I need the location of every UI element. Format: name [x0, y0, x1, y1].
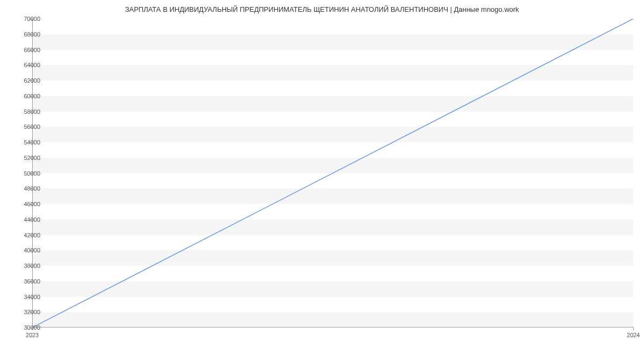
y-tick-label: 58000	[13, 108, 40, 115]
grid-band	[32, 250, 633, 266]
grid-band	[32, 127, 633, 142]
y-tick-label: 36000	[13, 278, 40, 285]
y-tick-label: 32000	[13, 309, 40, 315]
y-tick-label: 70000	[13, 16, 40, 22]
x-tick-label: 2023	[26, 332, 39, 338]
y-tick-label: 50000	[13, 170, 40, 177]
x-axis-line	[32, 327, 633, 328]
chart-container	[32, 19, 633, 328]
y-tick-label: 56000	[13, 123, 40, 130]
x-tick-mark	[633, 328, 634, 330]
y-tick-label: 66000	[13, 47, 40, 53]
y-tick-label: 46000	[13, 201, 40, 207]
y-tick-label: 40000	[13, 247, 40, 253]
y-tick-label: 68000	[13, 31, 40, 38]
y-tick-label: 62000	[13, 77, 40, 84]
y-tick-label: 30000	[13, 324, 40, 331]
plot-area	[32, 19, 633, 328]
y-tick-label: 44000	[13, 216, 40, 223]
y-tick-label: 60000	[13, 93, 40, 99]
y-tick-label: 48000	[13, 185, 40, 192]
grid-band	[32, 220, 633, 235]
y-tick-label: 52000	[13, 155, 40, 161]
grid-band	[32, 65, 633, 81]
grid-band	[32, 96, 633, 112]
grid-band	[32, 312, 633, 328]
grid-band	[32, 158, 633, 173]
y-tick-label: 42000	[13, 232, 40, 238]
y-tick-label: 38000	[13, 263, 40, 269]
y-tick-label: 64000	[13, 62, 40, 68]
grid-band	[32, 281, 633, 297]
y-tick-label: 34000	[13, 294, 40, 300]
grid-band	[32, 188, 633, 204]
y-tick-label: 54000	[13, 139, 40, 146]
x-tick-label: 2024	[627, 332, 640, 338]
grid-band	[32, 34, 633, 50]
chart-title: ЗАРПЛАТА В ИНДИВИДУАЛЬНЫЙ ПРЕДПРИНИМАТЕЛ…	[0, 0, 644, 13]
